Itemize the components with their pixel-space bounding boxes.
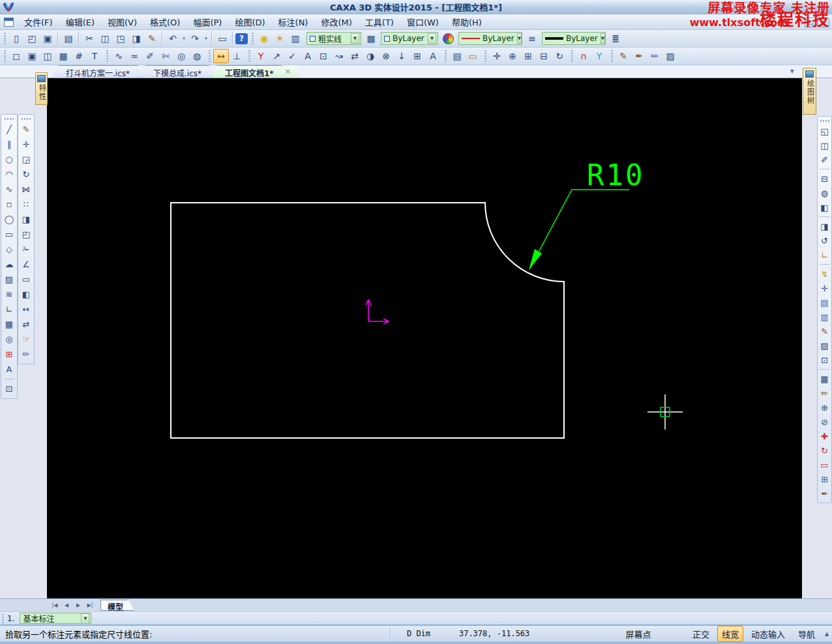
minimize-button[interactable]: – [722, 2, 734, 12]
menu-format[interactable]: 格式(O) [143, 14, 186, 30]
doc-close-button[interactable]: ✕ [818, 18, 829, 27]
sphere-dimension-icon[interactable]: ◑ [363, 49, 378, 63]
chevron-down-icon[interactable]: ▼ [517, 33, 522, 44]
open-file-icon[interactable]: ◰ [24, 31, 40, 46]
save-icon[interactable]: ▣ [40, 31, 55, 46]
redo-dropdown[interactable]: ▾ [203, 31, 209, 46]
circle-icon[interactable]: ○ [2, 152, 16, 167]
toggle-ortho[interactable]: 正交 [687, 626, 715, 641]
datum-target-icon[interactable]: ⊡ [316, 49, 331, 63]
smooth-leader-icon[interactable]: Y [253, 49, 269, 63]
dimension-type-combo[interactable]: 基本标注 ▼ [20, 613, 91, 624]
format-brush-icon[interactable]: ✎ [144, 31, 160, 46]
chamfer-icon[interactable]: ∠ [19, 257, 33, 272]
frame-icon[interactable]: ▭ [19, 272, 33, 287]
pick-hand-icon[interactable]: ☞ [19, 332, 33, 347]
sketch-edit-icon[interactable]: ✎ [19, 122, 33, 137]
first-sheet-button[interactable]: |◀ [50, 600, 60, 610]
point-type-label[interactable]: 屏幕点 [589, 628, 687, 640]
spline-icon[interactable]: ∿ [2, 182, 16, 197]
mirror-icon[interactable]: ⋈ [19, 182, 33, 197]
line-icon[interactable]: ╱ [2, 122, 16, 137]
pattern-view2-icon[interactable]: ▥ [818, 310, 831, 324]
section-view-icon[interactable]: ⊟ [818, 171, 831, 186]
wave-stamp-icon[interactable]: ≋ [2, 287, 16, 302]
array-plus-icon[interactable]: ✚ [818, 429, 831, 443]
doc-restore-button[interactable]: □ [805, 18, 816, 27]
ruler-icon[interactable]: ▭ [465, 49, 481, 63]
close-button[interactable]: ✕ [750, 2, 762, 12]
move-view-icon[interactable]: ✛ [818, 281, 831, 295]
arc-icon[interactable]: ◠ [2, 167, 16, 182]
offset-icon[interactable]: ◨ [19, 212, 33, 227]
point-icon[interactable]: ▫ [2, 197, 16, 212]
select-frame-icon[interactable]: ◻ [8, 49, 24, 63]
linetype-list-icon[interactable]: ≡ [524, 31, 540, 46]
cut-icon[interactable]: ✂ [82, 31, 97, 46]
toggle-dynamic-input[interactable]: 动态输入 [746, 626, 790, 641]
weld-symbol-icon[interactable]: ⊗ [378, 49, 394, 63]
broken-view-icon[interactable]: ◨ [818, 219, 831, 233]
snap-magnet-icon[interactable]: ∩ [576, 49, 591, 63]
copy-icon[interactable]: ◫ [97, 31, 113, 46]
rotate-view-icon[interactable]: ↺ [818, 233, 831, 248]
paste-icon[interactable]: ◨ [128, 31, 144, 46]
curve-leader-icon[interactable]: ↝ [331, 49, 347, 63]
dimension-style-icon[interactable]: ✏ [647, 49, 662, 63]
chevron-down-icon[interactable]: ▼ [601, 33, 605, 44]
parallel-line-icon[interactable]: ∥ [2, 137, 16, 152]
standard-views-icon[interactable]: ◱ [818, 124, 831, 138]
half-section-icon[interactable]: ◧ [818, 200, 831, 214]
axis-icon[interactable]: ∟ [2, 302, 16, 317]
hatch-fill-icon[interactable]: ▦ [2, 317, 16, 332]
zoom-dynamic-icon[interactable]: ↻ [552, 49, 567, 63]
copy-object-icon[interactable]: ◲ [19, 152, 33, 167]
bom-table-icon[interactable]: ▦ [818, 372, 831, 386]
annotation-note-icon[interactable]: ✒ [818, 486, 831, 501]
table-grid-icon[interactable]: ▦ [55, 49, 71, 63]
render-mode-icon[interactable]: ☀ [272, 31, 288, 46]
polygon-icon[interactable]: ◇ [2, 242, 16, 257]
tab-document-1[interactable]: 打斗机方案一.ics* [52, 65, 143, 78]
tile-views-icon[interactable]: ◫ [40, 49, 55, 63]
menu-dimension[interactable]: 标注(N) [272, 14, 315, 30]
view-3d-icon[interactable]: ◧ [19, 287, 33, 302]
cloud-icon[interactable]: ☁ [2, 257, 16, 272]
dimension-leader[interactable] [529, 190, 629, 269]
table-insert-icon[interactable]: ⊞ [2, 347, 16, 362]
part-outline[interactable] [171, 203, 564, 438]
dimension-box-icon[interactable]: ▭ [818, 458, 831, 472]
menu-help[interactable]: 帮助(H) [445, 14, 488, 30]
next-sheet-button[interactable]: ▶ [73, 600, 83, 610]
menu-modify[interactable]: 修改(M) [314, 14, 358, 30]
tab-model[interactable]: 模型 [100, 600, 134, 611]
dimension-edit-icon[interactable]: ↔ [19, 302, 33, 317]
layer-combo[interactable]: ByLayer ▼ [381, 32, 438, 45]
redo-icon[interactable]: ↷ [187, 31, 203, 46]
sheet-settings-icon[interactable]: ▤ [449, 49, 465, 63]
pattern-view-icon[interactable]: ▤ [818, 295, 831, 310]
properties-panel-tab[interactable]: 特性 [35, 72, 48, 105]
linetype-combo[interactable]: 粗实线 ▼ [306, 32, 361, 45]
undo-dropdown[interactable]: ▾ [181, 31, 187, 46]
update-view-icon[interactable]: ↯ [818, 267, 831, 281]
undo-icon[interactable]: ↶ [165, 31, 181, 46]
pan-icon[interactable]: ✛ [489, 49, 505, 63]
guide-split-icon[interactable]: Y [591, 49, 607, 63]
lightbulb-icon[interactable]: ◉ [256, 31, 272, 46]
dimension-move-icon[interactable]: ⇄ [19, 317, 33, 332]
trim-icon[interactable]: ✁ [19, 242, 33, 257]
zoom-window-icon[interactable]: ⊞ [520, 49, 536, 63]
text-block-icon[interactable]: T [87, 49, 102, 63]
select-region-icon[interactable]: ▣ [24, 49, 40, 63]
help-icon[interactable]: ? [235, 33, 248, 44]
tab-overflow-icon[interactable]: ▼ [790, 68, 794, 74]
menu-window[interactable]: 窗口(W) [400, 14, 445, 30]
plot-settings-icon[interactable]: ▥ [288, 31, 303, 46]
text-align-icon[interactable]: ⇄ [347, 49, 363, 63]
menu-sheet[interactable]: 幅面(P) [186, 14, 228, 30]
coordinate-dimension-icon[interactable]: ⊥ [229, 49, 245, 63]
chevron-down-icon[interactable]: ▼ [81, 613, 89, 624]
edit-view-icon[interactable]: ✎ [818, 324, 831, 338]
restore-button[interactable]: □ [736, 2, 748, 12]
